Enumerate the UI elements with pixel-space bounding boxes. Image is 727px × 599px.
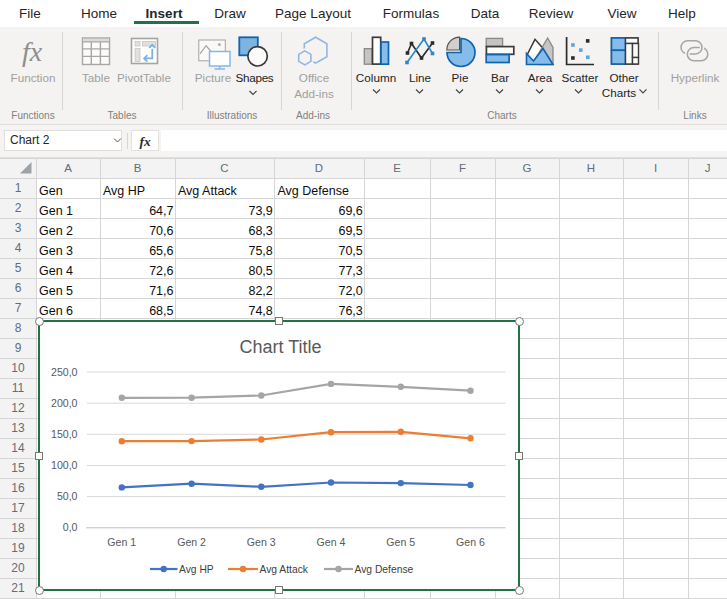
svg-text:fx: fx <box>140 134 151 149</box>
svg-text:fx: fx <box>22 36 43 67</box>
